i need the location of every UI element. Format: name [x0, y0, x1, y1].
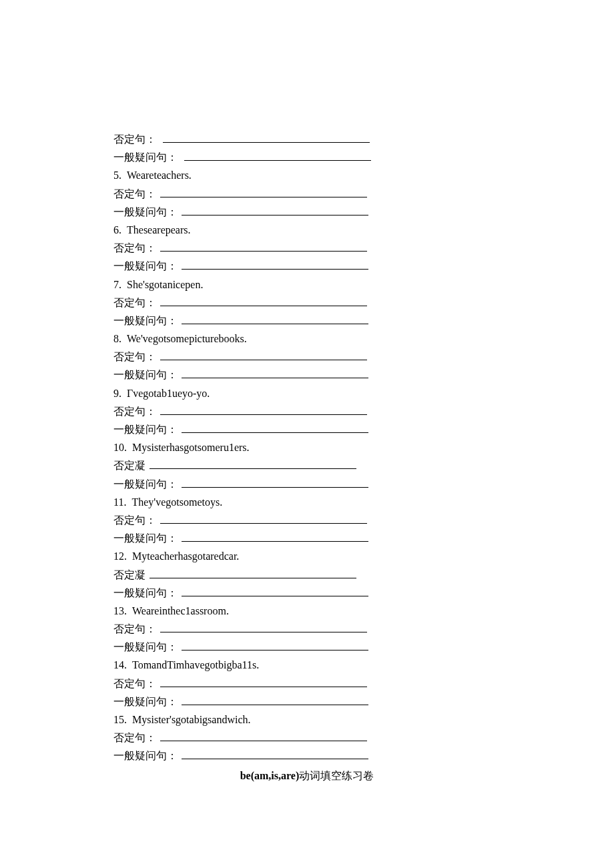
blank [160, 514, 367, 524]
question-line: 13. Weareinthec1assroom. [113, 602, 501, 620]
gen-label: 一般疑问句： [113, 315, 178, 326]
blank [160, 404, 367, 414]
blank [160, 677, 367, 687]
blank [182, 314, 368, 324]
gen-label: 一般疑问句： [113, 151, 178, 163]
gen-line: 一般疑问句： [113, 475, 501, 493]
blank [163, 133, 370, 143]
gen-line: 一般疑问句： [113, 257, 501, 275]
question-number: 11. [113, 496, 131, 508]
gen-label: 一般疑问句： [113, 641, 178, 653]
gen-line: 一般疑问句： [113, 747, 501, 765]
title-bold: be(am,is,are) [240, 770, 300, 781]
neg-line: 否定句： [113, 620, 501, 638]
question-line: 5. Weareteachers. [113, 166, 501, 184]
blank [160, 187, 367, 197]
question-text: Γvegotab1ueyo-yo. [127, 388, 210, 399]
question-number: 13. [113, 605, 132, 616]
neg-line: 否定句： [113, 348, 501, 366]
neg-line: 否定凝 [113, 566, 501, 584]
gen-line: 一般疑问句： [113, 312, 501, 330]
neg-label: 否定句： [113, 623, 156, 634]
question-text: They'vegotsometoys. [131, 496, 222, 508]
blank [160, 296, 367, 306]
document-page: 否定句： 一般疑问句： 5. Weareteachers.否定句：一般疑问句：6… [0, 0, 614, 785]
question-line: 10. Mysisterhasgotsomeru1ers. [113, 438, 501, 456]
gen-line: 一般疑问句： [113, 203, 501, 221]
blank [160, 731, 367, 741]
question-line: 14. TomandTimhavegotbigba11s. [113, 656, 501, 674]
blank [182, 368, 368, 378]
neg-line: 否定句： [113, 675, 501, 693]
blank [182, 532, 368, 542]
blank [182, 477, 368, 487]
gen-line: 一般疑问句： [113, 529, 501, 547]
neg-label: 否定句： [113, 351, 156, 362]
section-title: be(am,is,are)动词填空练习卷 [113, 767, 501, 785]
question-line: 11. They'vegotsometoys. [113, 493, 501, 511]
neg-label: 否定句： [113, 514, 156, 526]
question-text: We'vegotsomepicturebooks. [127, 333, 247, 344]
gen-label: 一般疑问句： [113, 424, 178, 435]
question-line: 12. Myteacherhasgotaredcar. [113, 547, 501, 565]
neg-line: 否定句： [113, 294, 501, 312]
blank [160, 622, 367, 632]
question-number: 8. [113, 333, 127, 344]
blank [160, 242, 367, 252]
neg-line: 否定句： [113, 239, 501, 257]
gen-line: 一般疑问句： [113, 638, 501, 656]
question-text: Mysister'sgotabigsandwich. [132, 714, 251, 725]
question-line: 6. Thesearepears. [113, 221, 501, 239]
neg-line: 否定句： [113, 511, 501, 529]
title-rest: 动词填空练习卷 [299, 770, 374, 781]
neg-line: 否定句： [113, 130, 501, 148]
blank [182, 260, 368, 270]
gen-line: 一般疑问句： [113, 148, 501, 166]
neg-label: 否定句： [113, 188, 156, 199]
gen-line: 一般疑问句： [113, 366, 501, 384]
blank [182, 695, 368, 705]
neg-line: 否定句： [113, 185, 501, 203]
neg-label: 否定句： [113, 406, 156, 417]
gen-label: 一般疑问句： [113, 587, 178, 598]
blank [184, 151, 371, 161]
blank [182, 423, 368, 433]
question-line: 9. Γvegotab1ueyo-yo. [113, 384, 501, 402]
neg-line: 否定凝 [113, 456, 501, 474]
neg-line: 否定句： [113, 402, 501, 420]
question-text: Thesearepears. [127, 224, 191, 236]
gen-label: 一般疑问句： [113, 696, 178, 707]
gen-label: 一般疑问句： [113, 532, 178, 544]
question-line: 7. She'sgotanicepen. [113, 276, 501, 294]
neg-label: 否定句： [113, 732, 156, 743]
question-number: 14. [113, 659, 132, 671]
blank [182, 586, 368, 596]
gen-line: 一般疑问句： [113, 584, 501, 602]
gen-label: 一般疑问句： [113, 260, 178, 272]
question-text: Myteacherhasgotaredcar. [132, 550, 239, 562]
neg-label: 否定凝 [113, 460, 145, 471]
question-text: Weareinthec1assroom. [132, 605, 229, 616]
gen-label: 一般疑问句： [113, 369, 178, 380]
neg-label: 否定句： [113, 242, 156, 254]
question-number: 6. [113, 224, 127, 236]
gen-label: 一般疑问句： [113, 478, 178, 490]
question-number: 15. [113, 714, 132, 725]
gen-line: 一般疑问句： [113, 693, 501, 711]
neg-label: 否定句： [113, 297, 156, 308]
neg-line: 否定句： [113, 729, 501, 747]
question-text: TomandTimhavegotbigba11s. [132, 659, 259, 671]
question-number: 5. [113, 169, 127, 181]
blank [182, 205, 368, 215]
gen-label: 一般疑问句： [113, 206, 178, 218]
gen-line: 一般疑问句： [113, 420, 501, 438]
blank [182, 749, 368, 759]
gen-label: 一般疑问句： [113, 750, 178, 761]
neg-label: 否定句： [113, 133, 156, 145]
question-text: Mysisterhasgotsomeru1ers. [132, 442, 250, 453]
blank [149, 568, 356, 578]
question-text: Weareteachers. [127, 169, 192, 181]
blank [160, 350, 367, 360]
items-container: 5. Weareteachers.否定句：一般疑问句：6. Thesearepe… [113, 166, 501, 765]
question-line: 15. Mysister'sgotabigsandwich. [113, 711, 501, 729]
